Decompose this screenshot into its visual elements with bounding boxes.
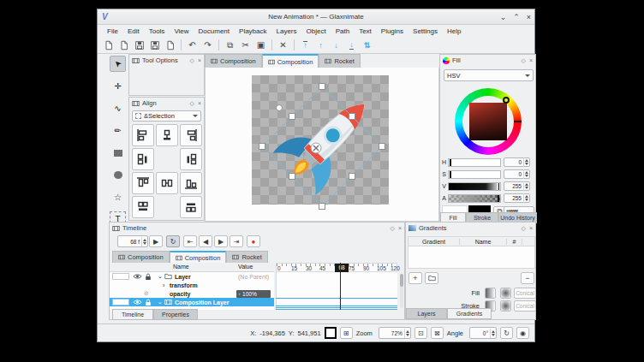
layer-row[interactable]: ⌄ Layer (No Parent) xyxy=(110,272,274,281)
float-panel-button[interactable]: ◇ xyxy=(391,225,395,232)
gradient-from-preset-button[interactable] xyxy=(425,272,438,284)
timeline-tab-composition-2[interactable]: Composition xyxy=(170,251,227,263)
hue-slider-handle[interactable] xyxy=(450,159,451,166)
column-name[interactable]: Name xyxy=(460,239,507,245)
draw-tool-button[interactable]: ✏ xyxy=(110,122,126,139)
alpha-slider-handle[interactable] xyxy=(498,195,499,202)
menu-settings[interactable]: Settings xyxy=(408,27,442,36)
menu-plugins[interactable]: Plugins xyxy=(377,27,408,36)
timeline-tab-composition-1[interactable]: Composition xyxy=(112,251,170,263)
lock-icon[interactable] xyxy=(145,299,152,306)
align-hcenter-button[interactable] xyxy=(156,124,178,146)
select-tool-button[interactable]: ➤ xyxy=(110,56,126,72)
stroke-radial-gradient-button[interactable] xyxy=(500,300,511,312)
bezier-tool-button[interactable]: ∿ xyxy=(110,100,126,116)
name-column-header[interactable]: Name xyxy=(173,264,189,270)
spin-down-icon[interactable] xyxy=(525,163,528,167)
timeline-scrollbar[interactable] xyxy=(400,274,403,308)
hue-spinbox[interactable]: 0 xyxy=(504,157,530,167)
sv-marker[interactable] xyxy=(503,97,510,104)
row-cell[interactable] xyxy=(112,273,129,280)
align-outside-right-button[interactable] xyxy=(180,148,202,170)
float-panel-button[interactable]: ◇ xyxy=(522,57,526,64)
close-panel-button[interactable]: × xyxy=(529,225,533,232)
alpha-spinbox[interactable]: 255 xyxy=(504,193,530,203)
open-file-button[interactable] xyxy=(116,39,131,52)
alpha-slider[interactable] xyxy=(448,194,501,203)
saturation-slider-handle[interactable] xyxy=(450,171,451,178)
raise-to-top-button[interactable]: ↑ xyxy=(298,39,313,52)
close-panel-button[interactable]: × xyxy=(198,57,201,64)
menu-view[interactable]: View xyxy=(170,27,193,36)
next-frame-button[interactable]: ▶ xyxy=(214,235,228,247)
canvas-viewport[interactable] xyxy=(205,68,439,222)
handle-ne[interactable] xyxy=(349,114,355,120)
eye-icon[interactable] xyxy=(133,273,142,280)
lock-icon[interactable] xyxy=(145,273,152,281)
spin-up-icon[interactable] xyxy=(143,237,146,241)
star-tool-button[interactable]: ☆ xyxy=(110,189,126,205)
spin-up-icon[interactable] xyxy=(525,181,528,186)
go-last-frame-button[interactable]: ⇥ xyxy=(230,235,243,247)
close-panel-button[interactable]: × xyxy=(398,225,402,232)
maximize-button[interactable]: ⌃ xyxy=(513,13,520,21)
float-panel-button[interactable]: ◇ xyxy=(190,57,194,64)
hue-marker[interactable] xyxy=(514,121,522,122)
menu-playback[interactable]: Playback xyxy=(235,27,271,36)
rectangle-tool-button[interactable] xyxy=(110,145,126,161)
dock-tab-gradients[interactable]: Gradients xyxy=(447,308,492,319)
record-button[interactable]: ● xyxy=(247,235,260,247)
selected-layer-track[interactable] xyxy=(276,298,397,306)
saturation-value-square[interactable] xyxy=(469,103,507,140)
angle-spinbox[interactable]: 0° xyxy=(469,327,497,339)
value-slider-handle[interactable] xyxy=(498,183,499,190)
value-spinbox[interactable]: 255 xyxy=(504,181,530,191)
align-outside-top-button[interactable] xyxy=(132,196,154,218)
dock-tab-layers[interactable]: Layers xyxy=(406,308,447,319)
hue-slider[interactable] xyxy=(448,158,501,167)
prev-frame-button[interactable]: ◀ xyxy=(199,235,212,247)
menu-edit[interactable]: Edit xyxy=(123,27,144,36)
menu-layers[interactable]: Layers xyxy=(272,27,301,36)
canvas-tab-rocket[interactable]: Rocket xyxy=(319,54,360,68)
handle-top[interactable] xyxy=(319,84,325,90)
paste-button[interactable]: ▣ xyxy=(253,39,268,52)
opacity-value-badge[interactable]: ● 100% xyxy=(236,290,271,298)
fill-conical-gradient-button[interactable]: Conical xyxy=(514,288,536,299)
align-outside-bottom-button[interactable] xyxy=(180,196,202,218)
view-transform-button[interactable]: ⊞ xyxy=(340,327,353,339)
canvas-tab-composition-2[interactable]: Composition xyxy=(262,54,319,68)
fill-linear-gradient-button[interactable] xyxy=(485,288,496,299)
playhead-frame-badge[interactable]: 68 xyxy=(335,264,349,272)
go-first-frame-button[interactable]: ⇤ xyxy=(183,235,197,247)
align-target-dropdown[interactable]: &Selection xyxy=(132,110,201,122)
saturation-spinbox[interactable]: 0 xyxy=(504,169,530,179)
menu-document[interactable]: Document xyxy=(194,27,234,36)
save-as-button[interactable] xyxy=(147,39,162,52)
delete-button[interactable]: ✕ xyxy=(276,39,290,52)
titlebar[interactable]: V New Animation * — Glaxnimate ⌄ ⌃ × xyxy=(98,9,534,25)
handle-nw[interactable] xyxy=(289,114,295,120)
collapsed-caret-icon[interactable]: › xyxy=(163,282,164,288)
spin-up-icon[interactable] xyxy=(525,193,528,198)
reset-rotation-button[interactable]: ↻ xyxy=(500,327,513,339)
fill-radial-gradient-button[interactable] xyxy=(500,288,511,299)
align-right-button[interactable] xyxy=(180,124,202,146)
menu-object[interactable]: Object xyxy=(302,27,331,36)
spin-down-icon[interactable] xyxy=(492,334,495,338)
dock-tab-properties[interactable]: Properties xyxy=(153,309,198,320)
copy-button[interactable]: ⧉ xyxy=(223,39,237,52)
not-animated-icon[interactable]: ⊘ xyxy=(144,290,149,297)
color-mode-dropdown[interactable]: HSV xyxy=(444,69,534,81)
rotate-handle[interactable] xyxy=(277,105,283,111)
expand-caret-icon[interactable]: ⌄ xyxy=(158,299,163,306)
eye-icon[interactable] xyxy=(133,299,142,306)
dock-tab-timeline[interactable]: Timeline xyxy=(112,309,153,320)
stroke-conical-gradient-button[interactable]: Conical xyxy=(514,300,536,312)
spin-up-icon[interactable] xyxy=(492,329,495,333)
child-track[interactable] xyxy=(276,307,397,310)
handle-left[interactable] xyxy=(259,144,265,150)
spin-up-icon[interactable] xyxy=(525,157,528,162)
frame-spinbox[interactable]: 68 f xyxy=(117,235,148,247)
align-outside-left-button[interactable] xyxy=(132,148,154,170)
